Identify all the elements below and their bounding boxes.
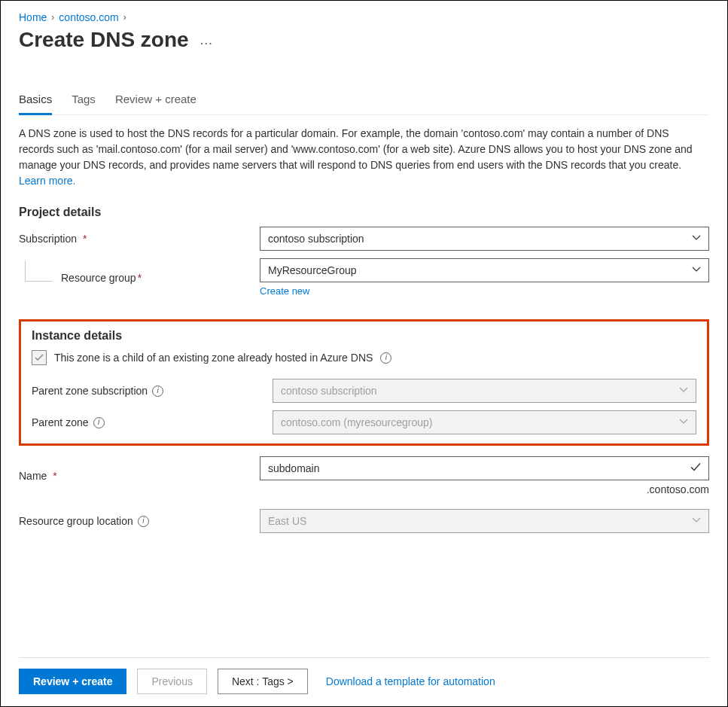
info-icon[interactable]: i xyxy=(380,352,391,364)
more-actions-button[interactable]: … xyxy=(200,32,215,48)
review-create-button[interactable]: Review + create xyxy=(19,669,126,694)
name-suffix: .contoso.com xyxy=(647,483,709,495)
page-title: Create DNS zone xyxy=(19,28,189,52)
parent-zone-select: contoso.com (myresourcegroup) xyxy=(273,410,696,434)
chevron-down-icon xyxy=(692,233,701,245)
resource-group-value: MyResourceGroup xyxy=(268,264,357,276)
previous-button: Previous xyxy=(137,669,206,694)
breadcrumb: Home › contoso.com › xyxy=(19,11,709,23)
breadcrumb-home[interactable]: Home xyxy=(19,11,47,23)
tab-tags[interactable]: Tags xyxy=(72,88,96,114)
info-icon[interactable]: i xyxy=(138,516,149,527)
section-instance-details: Instance details xyxy=(32,329,696,343)
create-new-resource-group-link[interactable]: Create new xyxy=(260,285,309,297)
required-indicator: * xyxy=(83,233,87,245)
resource-group-location-value: East US xyxy=(268,515,306,527)
parent-zone-value: contoso.com (myresourcegroup) xyxy=(281,416,433,428)
child-zone-label: This zone is a child of an existing zone… xyxy=(54,352,373,364)
chevron-down-icon xyxy=(692,264,701,276)
resource-group-label: Resource group xyxy=(61,272,136,284)
learn-more-link[interactable]: Learn more. xyxy=(19,175,75,187)
info-icon[interactable]: i xyxy=(93,417,105,428)
name-value: subdomain xyxy=(268,462,320,474)
tab-review-create[interactable]: Review + create xyxy=(115,88,196,114)
name-label: Name xyxy=(19,470,47,482)
description-text: A DNS zone is used to host the DNS recor… xyxy=(19,126,704,189)
chevron-down-icon xyxy=(679,385,688,397)
parent-subscription-label: Parent zone subscription xyxy=(32,385,148,397)
next-button[interactable]: Next : Tags > xyxy=(218,669,308,694)
info-icon[interactable]: i xyxy=(152,385,163,397)
chevron-right-icon: › xyxy=(51,12,54,23)
chevron-down-icon xyxy=(692,515,701,527)
chevron-down-icon xyxy=(679,416,688,428)
subscription-label: Subscription xyxy=(19,233,77,245)
subscription-select[interactable]: contoso subscription xyxy=(260,227,709,251)
resource-group-select[interactable]: MyResourceGroup xyxy=(260,258,709,282)
resource-group-location-label: Resource group location xyxy=(19,515,133,527)
name-input[interactable]: subdomain xyxy=(260,456,709,480)
resource-group-location-select: East US xyxy=(260,509,709,533)
instance-details-highlight: Instance details This zone is a child of… xyxy=(19,319,709,446)
required-indicator: * xyxy=(53,470,56,482)
tree-connector xyxy=(25,261,52,282)
child-zone-checkbox[interactable] xyxy=(32,350,47,365)
parent-zone-label: Parent zone xyxy=(32,416,89,428)
required-indicator: * xyxy=(138,272,142,284)
tabs: Basics Tags Review + create xyxy=(19,88,709,115)
chevron-right-icon: › xyxy=(123,12,126,23)
section-project-details: Project details xyxy=(19,206,709,219)
footer: Review + create Previous Next : Tags > D… xyxy=(19,657,709,694)
subscription-value: contoso subscription xyxy=(268,233,364,245)
tab-basics[interactable]: Basics xyxy=(19,88,52,115)
breadcrumb-contoso[interactable]: contoso.com xyxy=(59,11,118,23)
download-template-link[interactable]: Download a template for automation xyxy=(326,675,495,687)
checkmark-icon xyxy=(690,462,701,475)
parent-subscription-value: contoso subscription xyxy=(281,385,377,397)
parent-subscription-select: contoso subscription xyxy=(273,379,696,403)
